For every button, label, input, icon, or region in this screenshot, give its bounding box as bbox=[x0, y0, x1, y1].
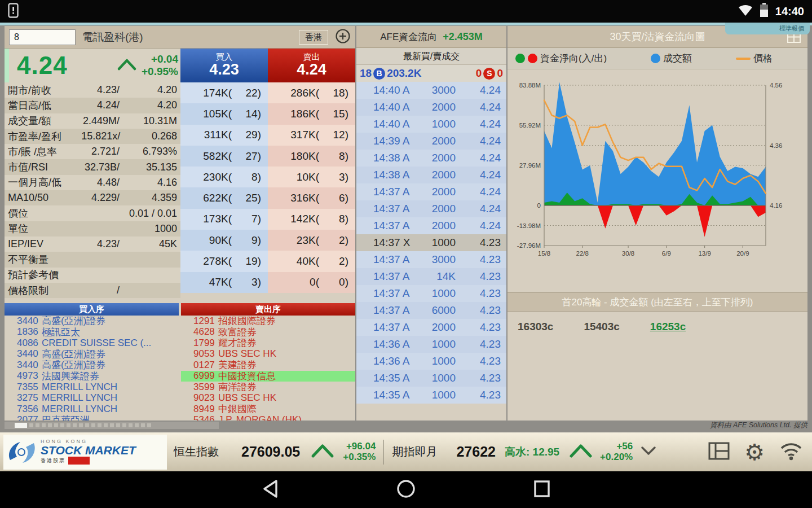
bid-level: 173K(7) bbox=[180, 209, 268, 230]
broker-code: 4973 bbox=[5, 370, 42, 382]
settings-gear-button[interactable]: ⚙ bbox=[744, 441, 765, 463]
ask-level: 40K(2) bbox=[268, 251, 355, 271]
warrants-list: 16303c15403c16253c bbox=[508, 312, 807, 333]
trade-price: 4.24 bbox=[470, 84, 506, 97]
quote-info-value-2: 45K bbox=[123, 238, 177, 250]
price-change: +0.04 bbox=[151, 53, 178, 65]
broker-code: 4628 bbox=[181, 326, 218, 338]
broker-row: 2077巴克萊亞洲 bbox=[5, 415, 179, 421]
broker-row: 4973法國興業證券 bbox=[5, 371, 179, 382]
trade-row: 14:38 A20004.24 bbox=[356, 167, 506, 183]
quote-info-table: 開市/前收4.23/4.20當日高/低4.24/4.20成交量/額2.449M/… bbox=[5, 82, 180, 298]
trade-price: 4.23 bbox=[470, 372, 506, 384]
svg-text:30/8: 30/8 bbox=[622, 250, 634, 257]
scrollbar-thumb[interactable] bbox=[15, 423, 27, 428]
scrollbar-dash bbox=[42, 423, 46, 427]
horizontal-scrollbar[interactable] bbox=[5, 422, 219, 429]
best-ask-price: 4.24 bbox=[297, 61, 326, 78]
trade-time: 14:40 A bbox=[356, 84, 420, 97]
ask-level: 180K(8) bbox=[268, 146, 355, 167]
bid-quantity: 622K( bbox=[180, 192, 232, 204]
quote-info-row: IEP/IEV4.23/45K bbox=[5, 237, 180, 252]
trade-quantity: 1000 bbox=[420, 118, 470, 130]
ask-level: 0(0) bbox=[268, 272, 355, 293]
quote-info-label: 價位 bbox=[8, 207, 82, 220]
order-book-row: 230K(8)10K(3) bbox=[180, 167, 355, 187]
quote-info-label: 單位 bbox=[8, 222, 82, 235]
bid-level: 174K(22) bbox=[180, 82, 268, 103]
broker-row: 7356MERRILL LYNCH bbox=[5, 404, 179, 415]
svg-text:-27.96M: -27.96M bbox=[517, 242, 541, 249]
broker-row: 5346J.P. MORGAN (HK) bbox=[181, 415, 355, 421]
quote-info-value-1: 4.23/ bbox=[82, 84, 123, 96]
ask-order-count: 15) bbox=[319, 108, 348, 120]
trade-price: 4.23 bbox=[470, 237, 506, 249]
add-stock-button[interactable] bbox=[335, 28, 351, 46]
blue-dot-icon bbox=[651, 54, 660, 63]
bid-header: 買入 4.23 bbox=[180, 49, 268, 82]
quote-info-row: 一個月高/低4.48/4.16 bbox=[5, 175, 180, 190]
stock-code-input[interactable]: 8 bbox=[9, 29, 76, 45]
quote-info-value-2: 6.793% bbox=[123, 146, 177, 157]
futures-change-stack: +56 +0.20% bbox=[600, 441, 633, 462]
bid-quantity: 311K( bbox=[180, 129, 232, 141]
warrant-code[interactable]: 15403c bbox=[584, 321, 619, 333]
trades-panel: AFE資金流向 +2.453M 最新買/賣成交 18 B 203.2K 0 S … bbox=[356, 26, 506, 421]
trade-row: 14:37 A60004.23 bbox=[356, 302, 506, 319]
svg-text:27.96M: 27.96M bbox=[519, 162, 541, 169]
back-button[interactable] bbox=[261, 479, 280, 501]
broker-name: MERRILL LYNCH bbox=[42, 392, 179, 404]
legend-net-flow: 資金淨向(入/出) bbox=[515, 52, 607, 65]
broker-code: 3440 bbox=[5, 316, 42, 327]
trade-time: 14:37 A bbox=[356, 253, 420, 266]
trade-quantity: 1000 bbox=[420, 338, 470, 351]
quote-mode-tab[interactable]: 標準報價 bbox=[725, 23, 810, 34]
wifi-connection-button[interactable] bbox=[779, 441, 803, 463]
ask-header: 賣出 4.24 bbox=[268, 49, 355, 82]
broker-name: 南洋證券 bbox=[218, 380, 355, 393]
svg-text:4.36: 4.36 bbox=[770, 142, 782, 149]
broker-name: UBS SEC HK bbox=[218, 392, 355, 404]
bid-order-count: 14) bbox=[232, 108, 261, 120]
ask-quantity: 0( bbox=[268, 276, 319, 288]
trade-row: 14:37 A20004.23 bbox=[356, 319, 506, 336]
scrollbar-dash bbox=[54, 423, 58, 427]
quote-info-value-1: 4.23/ bbox=[82, 238, 123, 250]
broker-row: 1291招銀國際證券 bbox=[181, 316, 355, 327]
quote-info-row: 不平衡量 bbox=[5, 252, 180, 267]
broker-code: 7355 bbox=[5, 382, 42, 393]
quote-info-label: 市盈率/盈利 bbox=[8, 130, 81, 143]
fund-flow-label: AFE資金流向 bbox=[380, 30, 437, 43]
ask-order-count: 8) bbox=[319, 150, 348, 163]
scrollbar-dash bbox=[110, 423, 114, 427]
panel-layout-button[interactable] bbox=[708, 442, 730, 462]
logo-red-badge bbox=[68, 457, 90, 465]
warrant-code[interactable]: 16303c bbox=[518, 321, 553, 333]
order-book-row: 174K(22)286K(18) bbox=[180, 82, 355, 103]
broker-code: 1291 bbox=[181, 316, 218, 327]
trade-price: 4.23 bbox=[470, 304, 506, 317]
quote-info-row: 預計參考價 bbox=[5, 268, 180, 283]
trade-price: 4.24 bbox=[470, 101, 506, 113]
trade-price: 4.23 bbox=[470, 270, 506, 283]
broker-code: 3440 bbox=[5, 360, 42, 371]
quote-info-label: 開市/前收 bbox=[8, 84, 82, 97]
warrant-code[interactable]: 16253c bbox=[650, 321, 686, 333]
quote-info-row: 市/賬 /息率2.721/6.793% bbox=[5, 144, 180, 159]
trade-quantity: 3000 bbox=[420, 84, 470, 97]
chevron-down-icon[interactable] bbox=[641, 446, 656, 458]
broker-row: 7355MERRILL LYNCH bbox=[5, 382, 179, 393]
red-dot-icon bbox=[528, 54, 537, 63]
bid-quantity: 582K( bbox=[180, 150, 232, 163]
trade-time: 14:35 A bbox=[356, 389, 420, 401]
trade-quantity: 2000 bbox=[420, 186, 470, 198]
quote-info-value-2: 1000 bbox=[123, 223, 177, 235]
recents-button[interactable] bbox=[532, 479, 551, 501]
bid-quantity: 278K( bbox=[180, 255, 232, 268]
broker-code: 3599 bbox=[181, 382, 218, 393]
bid-order-count: 9) bbox=[232, 234, 261, 247]
trade-time: 14:37 A bbox=[356, 304, 420, 317]
home-button[interactable] bbox=[396, 479, 416, 501]
bid-broker-queue: 3440高盛(亞洲)證券1836極訊亞太4086CREDIT SUISSE SE… bbox=[5, 316, 179, 421]
market-selector-button[interactable]: 香港 bbox=[299, 30, 328, 45]
